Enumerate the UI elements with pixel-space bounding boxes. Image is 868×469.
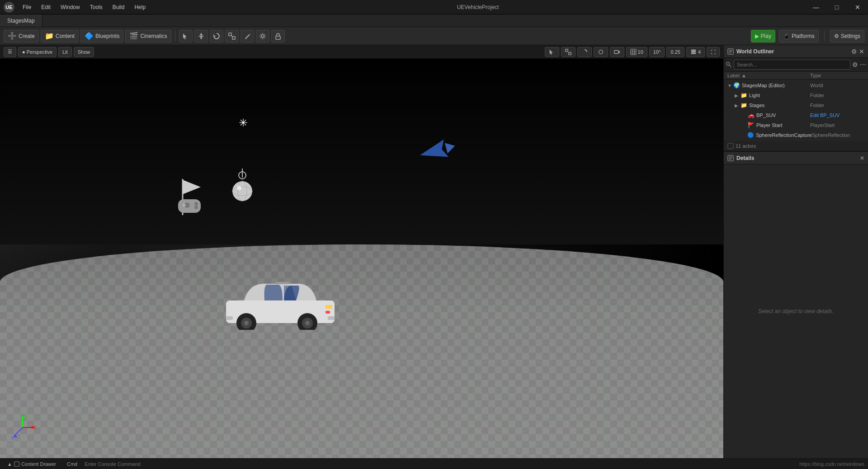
play-icon: ▶: [755, 33, 759, 39]
paint-tool[interactable]: [241, 30, 254, 42]
vp-scale-snap[interactable]: [594, 47, 608, 57]
minimize-button[interactable]: —: [806, 0, 826, 14]
vp-select[interactable]: [545, 47, 559, 57]
expand-stagesmap[interactable]: ▼: [727, 83, 733, 88]
outliner-item-stagesmap[interactable]: ▼ 🌍 StagesMap (Editor) World: [724, 80, 868, 90]
svg-line-2: [231, 36, 232, 37]
player-start-actor[interactable]: [174, 174, 210, 220]
perspective-button[interactable]: ● Perspective: [18, 47, 57, 57]
play-button[interactable]: ▶ Play: [751, 30, 775, 42]
sphere-reflection-actor[interactable]: [224, 166, 260, 207]
grid-size-button[interactable]: 10: [626, 47, 647, 57]
stages-type: Folder: [810, 103, 864, 108]
cmd-button[interactable]: Cmd: [63, 459, 81, 469]
create-button[interactable]: ➕ Create: [4, 30, 39, 42]
floor: [0, 244, 723, 458]
svg-rect-11: [691, 52, 696, 54]
outliner-item-playerstart[interactable]: ▶ 🚩 Player Start PlayerStart: [724, 120, 868, 130]
menu-tools[interactable]: Tools: [85, 2, 107, 12]
statusbar-url: https://blog.csdn.net/windows: [799, 461, 864, 467]
settings-tool[interactable]: [256, 30, 269, 42]
expand-playerstart: ▶: [742, 123, 747, 128]
expand-stages[interactable]: ▶: [735, 103, 740, 108]
sort-icon: ▲: [741, 73, 746, 78]
outliner-item-light[interactable]: ▶ 📁 Light Folder: [724, 90, 868, 100]
vp-camera[interactable]: [610, 47, 624, 57]
viewport-toolbar-left: ☰ ● Perspective Lit Show: [4, 47, 94, 57]
console-input[interactable]: [85, 461, 229, 467]
play-label: Play: [761, 33, 771, 39]
show-button[interactable]: Show: [74, 47, 94, 57]
search-extra-icon[interactable]: ⋯: [860, 61, 866, 68]
move-tool[interactable]: [194, 30, 208, 42]
menu-file[interactable]: File: [18, 2, 36, 12]
svg-line-46: [14, 427, 23, 436]
menu-help[interactable]: Help: [130, 2, 150, 12]
content-label: Content: [56, 33, 75, 39]
bpsuv-type[interactable]: Edit BP_SUV: [810, 113, 864, 118]
light-label: Light: [749, 93, 810, 98]
platforms-button[interactable]: 📱 Platforms: [779, 30, 819, 42]
outliner-close-icon[interactable]: ✕: [859, 48, 864, 55]
search-filter-icon[interactable]: ⚙: [852, 61, 858, 68]
search-input[interactable]: [734, 60, 850, 70]
col-label-header[interactable]: Label ▲: [727, 73, 810, 78]
svg-rect-9: [691, 49, 696, 51]
vp-snapping[interactable]: [561, 47, 576, 57]
details-close-icon[interactable]: ✕: [860, 155, 864, 161]
platforms-label: Platforms: [792, 33, 815, 39]
app-logo: UE: [4, 2, 14, 13]
toolbar-divider-2: [824, 31, 825, 42]
svg-line-54: [729, 65, 731, 67]
details-title: Details: [727, 155, 754, 161]
scale-tool[interactable]: [225, 30, 239, 42]
outliner-settings-icon[interactable]: ⚙: [851, 48, 857, 55]
select-tool[interactable]: [179, 30, 193, 42]
outliner-item-bpsuv[interactable]: ▶ 🚗 BP_SUV Edit BP_SUV: [724, 110, 868, 120]
vp-camera-icon: [614, 49, 620, 55]
menu-window[interactable]: Window: [56, 2, 85, 12]
toolbar-right: ▶ Play 📱 Platforms ⚙ Settings: [751, 30, 864, 42]
actor-count-icon: [727, 143, 734, 149]
close-button[interactable]: ✕: [847, 0, 868, 14]
svg-text:X: X: [33, 425, 36, 430]
layers-button[interactable]: 4: [686, 47, 705, 57]
content-drawer-icon: [14, 461, 19, 467]
menu-edit[interactable]: Edit: [37, 2, 55, 12]
lock-icon: [274, 33, 282, 40]
restore-button[interactable]: □: [826, 0, 847, 14]
rotation-snap-button[interactable]: 10°: [649, 47, 665, 57]
car-actor[interactable]: [217, 276, 344, 331]
cinematics-label: Cinematics: [140, 33, 167, 39]
settings-button[interactable]: ⚙ Settings: [830, 30, 864, 42]
scale-snap-value: 0.25: [670, 49, 680, 55]
light-type: Folder: [810, 93, 864, 98]
sphere-reflection-icon: [224, 166, 260, 207]
menu-build[interactable]: Build: [108, 2, 129, 12]
expand-light[interactable]: ▶: [735, 93, 740, 98]
cinematics-button[interactable]: 🎬 Cinematics: [125, 30, 171, 42]
lit-button[interactable]: Lit: [58, 47, 72, 57]
content-button[interactable]: 📁 Content: [41, 30, 79, 42]
grid-overlay: [0, 244, 723, 458]
svg-rect-38: [226, 316, 233, 320]
scene-canvas: ✳: [0, 59, 723, 458]
outliner-item-stages[interactable]: ▶ 📁 Stages Folder: [724, 100, 868, 110]
outliner-controls: ⚙ ✕: [851, 48, 864, 55]
viewport[interactable]: ☰ ● Perspective Lit Show: [0, 45, 723, 458]
scale-snap-button[interactable]: 0.25: [666, 47, 684, 57]
maximize-button[interactable]: ⛶: [707, 47, 720, 57]
grid-icon: [630, 49, 637, 55]
hamburger-menu[interactable]: ☰: [4, 47, 16, 57]
content-drawer-button[interactable]: ▲ Content Drawer: [4, 459, 60, 469]
tab-stagesmap[interactable]: StagesMap: [0, 14, 42, 27]
lock-tool[interactable]: [271, 30, 285, 42]
rotate-tool[interactable]: [210, 30, 223, 42]
search-icons: ⚙ ⋯: [852, 61, 866, 68]
app-title: UEVehicleProject: [457, 4, 499, 10]
blueprints-button[interactable]: 🔷 Blueprints: [80, 30, 123, 42]
vp-rotate-snap[interactable]: [577, 47, 592, 57]
blueprints-icon: 🔷: [85, 32, 94, 40]
outliner-item-sphere[interactable]: ▶ 🔵 SphereReflectionCapture SphereReflec…: [724, 130, 868, 140]
details-empty-message: Select an object to view details.: [758, 308, 834, 314]
